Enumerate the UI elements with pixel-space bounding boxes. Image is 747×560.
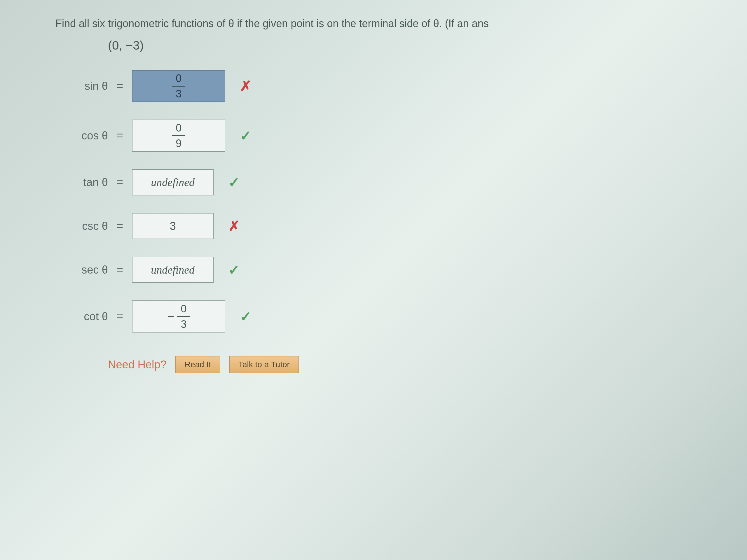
equals-sign: = xyxy=(117,310,123,323)
help-section: Need Help? Read It Talk to a Tutor xyxy=(108,356,712,373)
tan-value: undefined xyxy=(151,176,195,189)
cos-label: cos θ xyxy=(55,130,108,142)
cot-neg-fraction: − 0 3 xyxy=(167,303,190,330)
csc-label: csc θ xyxy=(55,220,108,233)
check-icon: ✓ xyxy=(228,174,240,190)
sin-label: sin θ xyxy=(55,80,108,92)
sin-numerator: 0 xyxy=(172,72,185,87)
cos-numerator: 0 xyxy=(172,122,185,136)
help-label: Need Help? xyxy=(108,358,166,371)
csc-input[interactable]: 3 xyxy=(132,213,213,239)
cos-row: cos θ = 0 9 ✓ xyxy=(55,119,712,152)
sec-label: sec θ xyxy=(55,264,108,276)
tan-label: tan θ xyxy=(55,176,108,189)
equals-sign: = xyxy=(117,220,123,233)
x-icon: ✗ xyxy=(228,218,240,234)
sin-denominator: 3 xyxy=(172,87,185,100)
sec-row: sec θ = undefined ✓ xyxy=(55,257,712,283)
read-it-button[interactable]: Read It xyxy=(175,356,220,373)
cos-denominator: 9 xyxy=(172,136,185,150)
sec-value: undefined xyxy=(151,263,195,276)
tan-input[interactable]: undefined xyxy=(132,169,213,195)
x-icon: ✗ xyxy=(240,78,252,94)
equals-sign: = xyxy=(117,176,123,189)
sin-row: sin θ = 0 3 ✗ xyxy=(55,70,712,102)
cos-fraction: 0 9 xyxy=(172,122,185,150)
sin-fraction: 0 3 xyxy=(172,72,185,100)
cot-fraction: 0 3 xyxy=(177,303,190,330)
cot-numerator: 0 xyxy=(177,303,190,317)
cot-row: cot θ = − 0 3 ✓ xyxy=(55,300,712,332)
csc-value: 3 xyxy=(170,220,176,233)
check-icon: ✓ xyxy=(228,262,240,278)
sec-input[interactable]: undefined xyxy=(132,257,213,283)
negative-sign: − xyxy=(167,310,175,323)
question-text: Find all six trigonometric functions of … xyxy=(55,18,712,30)
check-icon: ✓ xyxy=(240,308,252,325)
sin-input[interactable]: 0 3 xyxy=(132,70,225,102)
tan-row: tan θ = undefined ✓ xyxy=(55,169,712,195)
equals-sign: = xyxy=(117,264,123,276)
talk-to-tutor-button[interactable]: Talk to a Tutor xyxy=(229,356,299,373)
cos-input[interactable]: 0 9 xyxy=(132,119,225,152)
cot-input[interactable]: − 0 3 xyxy=(132,300,225,332)
cot-label: cot θ xyxy=(55,310,108,323)
check-icon: ✓ xyxy=(240,128,252,144)
csc-row: csc θ = 3 ✗ xyxy=(55,213,712,239)
equals-sign: = xyxy=(117,130,123,142)
cot-denominator: 3 xyxy=(177,317,190,330)
equals-sign: = xyxy=(117,80,123,92)
given-point: (0, −3) xyxy=(108,38,712,53)
